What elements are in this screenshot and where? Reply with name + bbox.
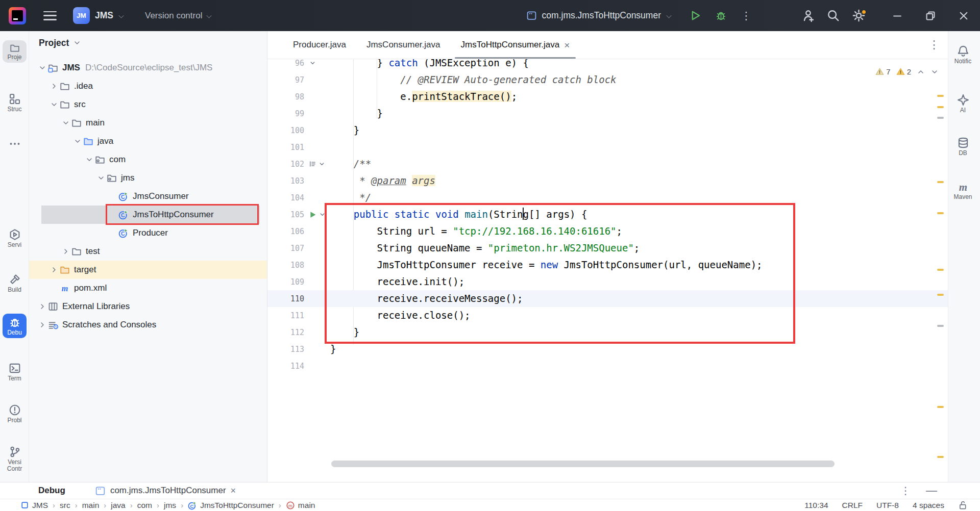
error-stripe-mark[interactable] [937,456,944,458]
fold-chevron-icon[interactable] [309,59,316,67]
tree-row-main[interactable]: main [29,114,267,132]
code-line-107[interactable]: 107 String queueName = "primeton.hr.WS2J… [267,240,948,257]
tree-row-test[interactable]: test [29,242,267,261]
tree-row--idea[interactable]: .idea [29,77,267,95]
chevron-down-icon[interactable] [73,39,81,47]
tree-collapse-icon[interactable] [37,63,47,73]
code-line-102[interactable]: 102 /** [267,156,948,172]
code-line-104[interactable]: 104 */ [267,189,948,206]
error-stripe-mark[interactable] [937,212,944,214]
stripe-item-problems[interactable]: Probl [3,401,27,426]
breadcrumb-item-com[interactable]: com [137,501,152,510]
error-stripe-mark[interactable] [937,95,944,97]
debug-options-icon[interactable]: ⋮ [900,484,911,497]
main-menu-icon[interactable] [43,11,57,20]
breadcrumb-item-jms[interactable]: jms [164,501,176,510]
tree-collapse-icon[interactable] [96,173,106,183]
tree-expand-icon[interactable] [49,265,59,275]
close-icon[interactable]: × [231,486,236,496]
tab-jmsconsumer-java[interactable]: JmsConsumer.java [356,31,451,59]
lock-open-icon[interactable] [958,500,968,510]
code-line-111[interactable]: 111 receive.close(); [267,307,948,324]
stripe-item-db[interactable]: DB [951,134,975,159]
fold-chevron-icon[interactable] [318,160,326,168]
code-line-103[interactable]: 103 * @param args [267,172,948,189]
stripe-item-bell[interactable]: Notific [951,42,975,67]
vcs-widget[interactable]: Version control [145,11,213,21]
tree-expand-icon[interactable] [37,320,47,330]
caret-position-widget[interactable]: 110:34 [804,501,828,510]
stripe-item-structure[interactable]: Struc [3,90,27,115]
tree-collapse-icon[interactable] [84,155,94,165]
horizontal-scrollbar[interactable] [331,461,835,467]
tree-expand-icon[interactable] [37,301,47,312]
code-editor[interactable]: 96 } catch (JMSException e) {97 // @REVI… [267,59,948,482]
stripe-item-services[interactable]: Servi [3,226,27,250]
code-line-114[interactable]: 114 [267,357,948,374]
tree-collapse-icon[interactable] [72,136,83,146]
error-stripe-mark[interactable] [937,117,944,119]
next-problem-icon[interactable] [930,68,939,76]
warnings-indicator[interactable]: 7 [875,67,890,76]
settings-gear-icon[interactable] [846,6,871,26]
error-stripe-mark[interactable] [937,181,944,183]
project-widget[interactable]: JM JMS [73,7,126,24]
tree-collapse-icon[interactable] [49,99,59,110]
error-stripe-mark[interactable] [937,106,944,108]
tab-options-icon[interactable]: ⋮ [928,38,940,52]
tree-row-com[interactable]: com [29,150,267,169]
tree-row-java[interactable]: java [29,132,267,150]
tree-collapse-icon[interactable] [61,118,71,128]
breadcrumb-item-jmstohttpconsumer[interactable]: CJmsToHttpConsumer [188,501,274,510]
code-line-100[interactable]: 100 } [267,122,948,139]
error-stripe-mark[interactable] [937,325,944,327]
breadcrumb-item-main[interactable]: main [82,501,100,510]
tree-row-src[interactable]: src [29,95,267,114]
render-doc-icon[interactable] [309,160,316,168]
encoding-widget[interactable]: UTF-8 [876,501,899,510]
breadcrumb-item-jms[interactable]: JMS [20,501,48,510]
code-line-99[interactable]: 99 } [267,105,948,122]
fold-chevron-icon[interactable] [318,211,326,218]
tree-row-external-libraries[interactable]: External Libraries [29,297,267,316]
tab-producer-java[interactable]: Producer.java [283,31,356,59]
close-button[interactable] [947,0,980,31]
tree-row-producer[interactable]: CProducer [29,224,267,242]
debug-session-tab[interactable]: com.jms.JmsToHttpConsumer × [95,486,236,496]
tree-row-jms[interactable]: jms [29,169,267,187]
line-separator-widget[interactable]: CRLF [842,501,863,510]
tree-row-target[interactable]: target [29,261,267,279]
code-line-101[interactable]: 101 [267,139,948,156]
stripe-item-maven-stripe[interactable]: mMaven [951,178,975,202]
stripe-item-vcs[interactable]: Versi Contr [3,443,27,474]
stripe-item-terminal[interactable]: Term [3,360,27,384]
more-actions-button[interactable]: ⋮ [733,6,759,26]
code-line-105[interactable]: 105 public static void main(String[] arg… [267,206,948,223]
breadcrumb-item-main[interactable]: mmain [286,501,315,510]
code-line-97[interactable]: 97 // @REVIEW Auto-generated catch block [267,71,948,88]
code-line-113[interactable]: 113} [267,341,948,357]
stripe-item-folder[interactable]: Proje [3,40,27,63]
code-line-110[interactable]: 110 receive.receiveMessage(); [267,290,948,307]
error-stripe-mark[interactable] [937,269,944,271]
breadcrumb-item-java[interactable]: java [111,501,125,510]
code-with-me-icon[interactable] [795,6,820,26]
stripe-item-build[interactable]: Build [3,271,27,295]
previous-problem-icon[interactable] [917,68,925,76]
tree-row-jmstohttpconsumer[interactable]: CJmsToHttpConsumer [29,206,267,224]
code-line-98[interactable]: 98 e.printStackTrace(); [267,88,948,105]
tree-row-jmsconsumer[interactable]: CJmsConsumer [29,187,267,206]
tree-expand-icon[interactable] [61,246,71,257]
weak-warnings-indicator[interactable]: 2 [896,67,911,76]
stripe-item-more[interactable] [3,135,27,153]
run-button[interactable] [682,6,708,26]
tree-row-jms[interactable]: JMSD:\CodeSource\eclipse_test\JMS [29,59,267,77]
tab-jmstohttpconsumer-java[interactable]: JmsToHttpConsumer.java× [451,31,580,59]
indent-widget[interactable]: 4 spaces [913,501,944,510]
run-configuration-widget[interactable]: com.jms.JmsToHttpConsumer [526,10,673,21]
tree-row-pom-xml[interactable]: mpom.xml [29,279,267,297]
breadcrumb-item-src[interactable]: src [60,501,70,510]
hide-panel-icon[interactable]: — [926,488,937,493]
debug-button[interactable] [708,6,733,26]
code-line-112[interactable]: 112 } [267,324,948,341]
